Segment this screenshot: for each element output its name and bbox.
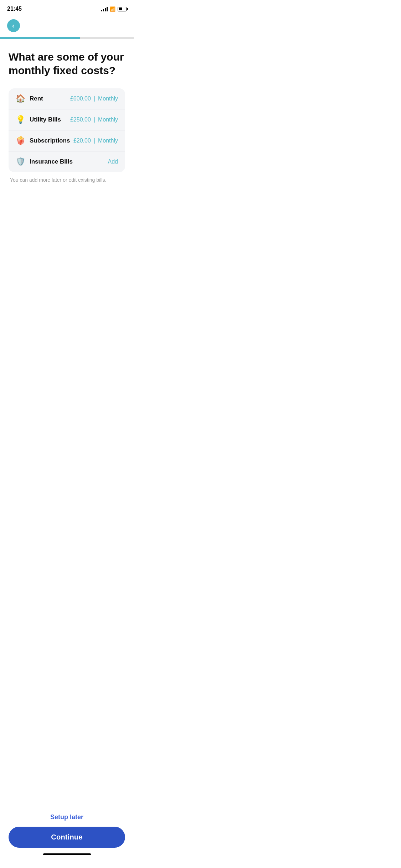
back-button-container: ‹: [0, 16, 134, 36]
bill-right-utility: £250.00 | Monthly: [70, 117, 118, 123]
bill-right-rent: £600.00 | Monthly: [70, 95, 118, 102]
subscriptions-emoji: 🍿: [16, 137, 25, 145]
bill-item-subscriptions[interactable]: 🍿 Subscriptions £20.00 | Monthly: [9, 130, 125, 151]
rent-separator: |: [94, 95, 95, 102]
utility-frequency: Monthly: [98, 117, 118, 123]
utility-label: Utility Bills: [30, 116, 61, 123]
utility-emoji: 💡: [16, 116, 25, 124]
insurance-label: Insurance Bills: [30, 158, 73, 165]
bill-left-subscriptions: 🍿 Subscriptions: [16, 137, 70, 145]
status-time: 21:45: [7, 6, 22, 12]
subscriptions-label: Subscriptions: [30, 137, 70, 144]
subscriptions-amount: £20.00: [73, 138, 91, 144]
bill-left-insurance: 🛡️ Insurance Bills: [16, 158, 73, 166]
utility-separator: |: [94, 117, 95, 123]
rent-emoji: 🏠: [16, 95, 25, 103]
rent-label: Rent: [30, 95, 43, 102]
bill-right-subscriptions: £20.00 | Monthly: [73, 138, 118, 144]
signal-icon: [101, 6, 108, 11]
rent-amount: £600.00: [70, 95, 91, 102]
bills-card: 🏠 Rent £600.00 | Monthly 💡 Utility Bills…: [9, 88, 125, 172]
bill-item-insurance[interactable]: 🛡️ Insurance Bills Add: [9, 151, 125, 172]
bill-left-utility: 💡 Utility Bills: [16, 116, 61, 124]
utility-amount: £250.00: [70, 117, 91, 123]
back-chevron-icon: ‹: [12, 22, 14, 29]
status-icons: 📶: [101, 6, 127, 12]
back-button[interactable]: ‹: [7, 19, 20, 32]
subscriptions-separator: |: [94, 138, 95, 144]
helper-text: You can add more later or edit existing …: [9, 177, 125, 183]
bill-left-rent: 🏠 Rent: [16, 95, 43, 103]
bill-item-rent[interactable]: 🏠 Rent £600.00 | Monthly: [9, 88, 125, 109]
insurance-add-button[interactable]: Add: [108, 159, 118, 165]
insurance-emoji: 🛡️: [16, 158, 25, 166]
bill-item-utility[interactable]: 💡 Utility Bills £250.00 | Monthly: [9, 109, 125, 130]
status-bar: 21:45 📶: [0, 0, 134, 16]
rent-frequency: Monthly: [98, 95, 118, 102]
wifi-icon: 📶: [110, 6, 115, 12]
page-title: What are some of your monthly fixed cost…: [9, 50, 125, 77]
main-content: What are some of your monthly fixed cost…: [0, 39, 134, 191]
bill-right-insurance: Add: [108, 159, 118, 165]
battery-icon: [118, 7, 127, 11]
subscriptions-frequency: Monthly: [98, 138, 118, 144]
